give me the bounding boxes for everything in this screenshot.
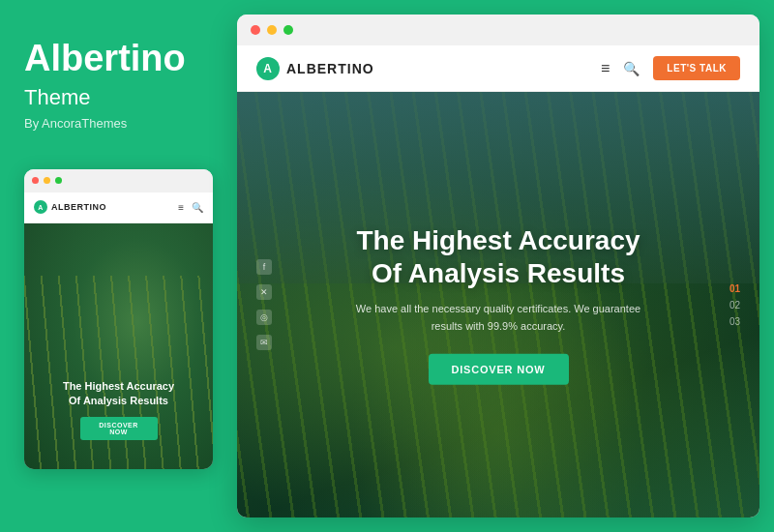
desktop-discover-button[interactable]: DISCOVER NOW [429,354,569,385]
desktop-hamburger-icon[interactable]: ≡ [601,60,610,77]
mobile-browser-bar [24,169,213,192]
desktop-search-icon[interactable]: 🔍 [623,61,640,76]
lets-talk-button[interactable]: LET'S TALK [653,56,740,80]
mobile-logo-text: ALBERTINO [51,202,106,212]
mobile-dot-2 [44,177,50,184]
theme-by: By AncoraThemes [24,116,213,131]
theme-title: Albertino [24,39,213,79]
desktop-dot-1 [251,25,260,35]
desktop-hero-description: We have all the necessary quality certif… [334,301,663,335]
desktop-hero-content: The Highest Accuracy Of Analysis Results… [334,224,663,385]
desktop-preview: A ALBERTINO ≡ 🔍 LET'S TALK f ✕ ◎ ✉ The H… [237,15,759,517]
mobile-logo-icon: A [34,200,47,214]
page-3[interactable]: 03 [729,316,740,327]
mobile-nav-icons: ≡ 🔍 [178,202,203,213]
facebook-icon[interactable]: f [256,259,272,275]
desktop-browser-bar [237,15,759,45]
left-panel: Albertino Theme By AncoraThemes A ALBERT… [0,0,237,532]
desktop-logo-icon: A [256,57,280,80]
theme-subtitle: Theme [24,85,213,110]
mobile-discover-button[interactable]: DISCOVER NOW [80,417,158,440]
mobile-hero-heading: The Highest Accuracy Of Analysis Results [34,379,203,407]
social-sidebar: f ✕ ◎ ✉ [256,259,272,350]
desktop-dot-2 [267,25,277,35]
mobile-search-icon[interactable]: 🔍 [192,202,203,213]
desktop-logo: A ALBERTINO [256,57,374,80]
page-2[interactable]: 02 [729,300,740,310]
desktop-hero: f ✕ ◎ ✉ The Highest Accuracy Of Analysis… [237,92,759,517]
mobile-logo: A ALBERTINO [34,200,106,214]
desktop-dot-3 [283,25,293,35]
mobile-hero: The Highest Accuracy Of Analysis Results… [24,223,213,469]
twitter-icon[interactable]: ✕ [256,284,272,300]
mobile-nav: A ALBERTINO ≡ 🔍 [24,192,213,223]
desktop-nav: A ALBERTINO ≡ 🔍 LET'S TALK [237,45,759,92]
instagram-icon[interactable]: ◎ [256,310,272,325]
pagination-sidebar: 01 02 03 [729,283,740,327]
page-1[interactable]: 01 [729,283,740,294]
mobile-preview: A ALBERTINO ≡ 🔍 The Highest Accuracy Of … [24,169,213,469]
mobile-dot-1 [32,177,39,184]
mobile-dot-3 [55,177,62,184]
desktop-nav-right: ≡ 🔍 LET'S TALK [601,56,740,80]
email-icon[interactable]: ✉ [256,335,272,350]
desktop-hero-heading: The Highest Accuracy Of Analysis Results [334,224,663,289]
mobile-hero-content: The Highest Accuracy Of Analysis Results… [34,379,203,440]
mobile-hamburger-icon[interactable]: ≡ [178,202,184,213]
desktop-logo-text: ALBERTINO [286,61,374,76]
